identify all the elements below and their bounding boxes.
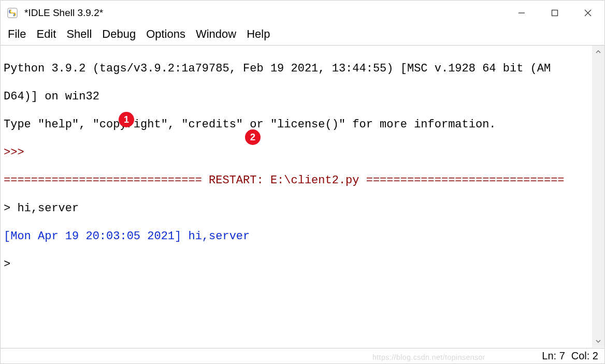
- shell-text-area[interactable]: Python 3.9.2 (tags/v3.9.2:1a79785, Feb 1…: [1, 46, 604, 347]
- status-bar: Ln: 7 Col: 2: [1, 348, 604, 363]
- user-input-line: > hi,server: [4, 201, 601, 215]
- server-echo-line: [Mon Apr 19 20:03:05 2021] hi,server: [4, 229, 601, 243]
- svg-rect-2: [552, 10, 558, 16]
- menu-shell[interactable]: Shell: [62, 26, 96, 42]
- menu-debug[interactable]: Debug: [98, 26, 140, 42]
- prompt: >: [4, 257, 601, 271]
- maximize-button[interactable]: [538, 1, 571, 25]
- menubar: File Edit Shell Debug Options Window Hel…: [1, 25, 604, 46]
- prompt: >>>: [4, 145, 601, 159]
- menu-file[interactable]: File: [4, 26, 30, 42]
- status-col: Col: 2: [571, 350, 598, 362]
- banner-line: Type "help", "copyright", "credits" or "…: [4, 118, 601, 132]
- restart-line: ============================= RESTART: E…: [4, 173, 601, 187]
- menu-edit[interactable]: Edit: [32, 26, 60, 42]
- scroll-down-icon[interactable]: [592, 335, 604, 347]
- window-controls: [505, 1, 604, 25]
- python-idle-icon: [7, 7, 18, 19]
- banner-line: D64)] on win32: [4, 90, 601, 104]
- annotation-badge-1: 1: [119, 112, 134, 127]
- close-button[interactable]: [571, 1, 604, 25]
- status-line: Ln: 7: [542, 350, 565, 362]
- minimize-button[interactable]: [505, 1, 538, 25]
- window-title: *IDLE Shell 3.9.2*: [24, 7, 103, 19]
- menu-window[interactable]: Window: [192, 26, 240, 42]
- titlebar: *IDLE Shell 3.9.2*: [1, 1, 604, 25]
- menu-help[interactable]: Help: [242, 26, 274, 42]
- vertical-scrollbar[interactable]: [592, 46, 604, 347]
- scroll-up-icon[interactable]: [592, 46, 604, 58]
- menu-options[interactable]: Options: [142, 26, 190, 42]
- banner-line: Python 3.9.2 (tags/v3.9.2:1a79785, Feb 1…: [4, 62, 601, 76]
- annotation-badge-2: 2: [245, 129, 261, 145]
